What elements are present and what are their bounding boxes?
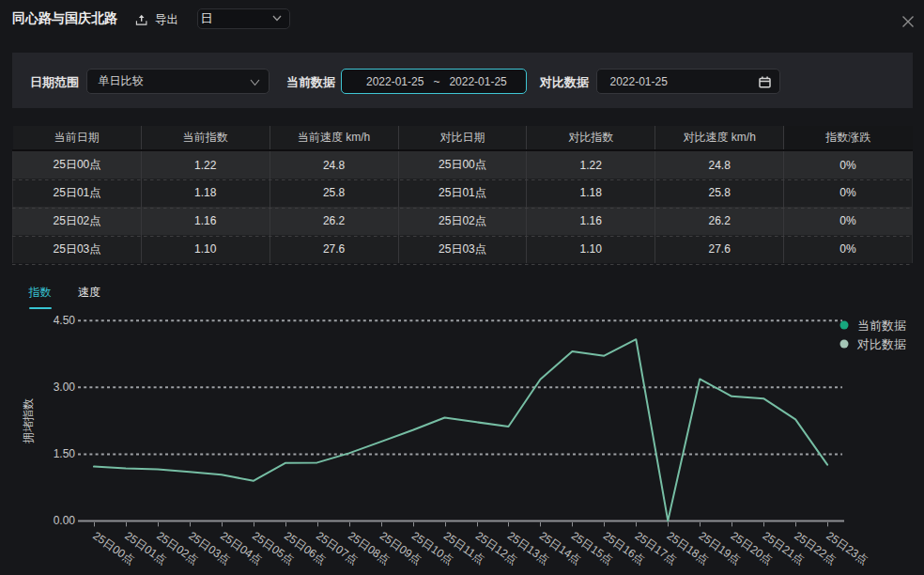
svg-text:3.00: 3.00 — [54, 381, 76, 394]
svg-text:0.00: 0.00 — [54, 514, 76, 527]
svg-text:对比数据: 对比数据 — [856, 337, 906, 351]
svg-text:4.50: 4.50 — [54, 314, 76, 327]
svg-text:拥堵指数: 拥堵指数 — [22, 398, 35, 443]
svg-text:1.50: 1.50 — [54, 447, 76, 460]
svg-text:当前数据: 当前数据 — [857, 319, 906, 333]
